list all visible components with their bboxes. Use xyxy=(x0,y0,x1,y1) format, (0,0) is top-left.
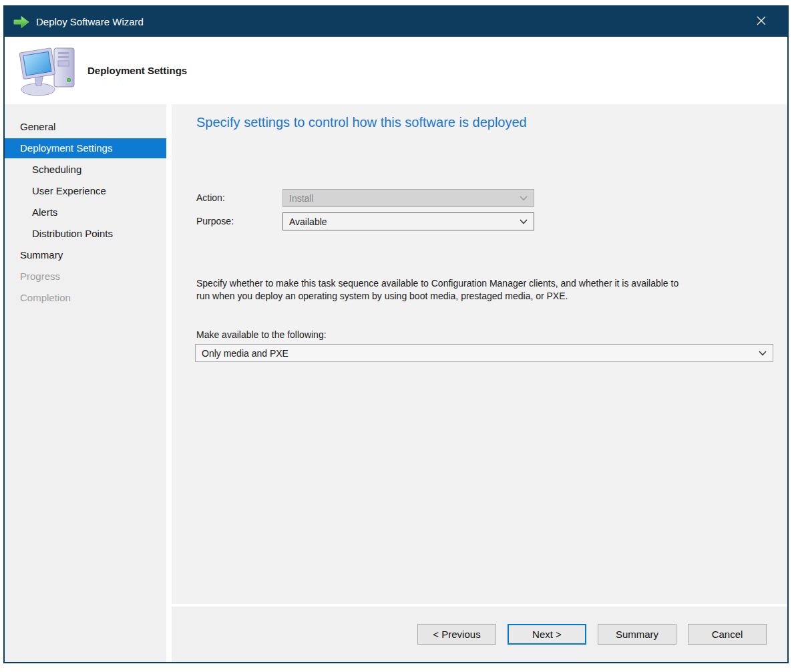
sidebar-item-alerts[interactable]: Alerts xyxy=(5,202,166,222)
sidebar-item-user-experience[interactable]: User Experience xyxy=(5,181,166,201)
wizard-arrow-icon xyxy=(13,15,30,29)
wizard-header: Deployment Settings xyxy=(5,37,787,104)
sidebar-item-progress: Progress xyxy=(5,267,166,287)
purpose-label: Purpose: xyxy=(196,212,282,230)
action-value: Install xyxy=(289,193,514,204)
window-title: Deploy Software Wizard xyxy=(36,16,144,27)
previous-button[interactable]: < Previous xyxy=(417,624,496,645)
sidebar-item-general[interactable]: General xyxy=(5,117,166,137)
content-heading: Specify settings to control how this sof… xyxy=(196,115,527,130)
computer-icon xyxy=(17,44,81,98)
cancel-button[interactable]: Cancel xyxy=(688,624,767,645)
description-text: Specify whether to make this task sequen… xyxy=(196,277,678,303)
sidebar-item-scheduling[interactable]: Scheduling xyxy=(5,160,166,180)
sidebar-item-deployment-settings[interactable]: Deployment Settings xyxy=(5,138,166,158)
sidebar-item-completion: Completion xyxy=(5,288,166,308)
sidebar-item-summary[interactable]: Summary xyxy=(5,245,166,265)
wizard-window: Deploy Software Wizard xyxy=(3,5,789,663)
page-title: Deployment Settings xyxy=(87,65,187,76)
action-combobox: Install xyxy=(282,189,534,207)
make-available-label: Make available to the following: xyxy=(196,329,327,340)
content-panel: Specify settings to control how this sof… xyxy=(172,104,787,604)
footer: < Previous Next > Summary Cancel xyxy=(172,607,787,662)
description-line: run when you deploy an operating system … xyxy=(196,290,678,303)
chevron-down-icon xyxy=(759,351,767,356)
wizard-steps-sidebar: General Deployment Settings Scheduling U… xyxy=(5,104,166,662)
make-available-combobox[interactable]: Only media and PXE xyxy=(195,344,773,362)
titlebar: Deploy Software Wizard xyxy=(5,7,787,37)
sidebar-content-divider xyxy=(166,104,172,662)
make-available-value: Only media and PXE xyxy=(202,348,753,359)
chevron-down-icon xyxy=(520,219,528,224)
description-line: Specify whether to make this task sequen… xyxy=(196,277,678,290)
chevron-down-icon xyxy=(520,196,528,201)
close-icon xyxy=(756,15,767,28)
summary-button[interactable]: Summary xyxy=(598,624,676,645)
sidebar-item-distribution-points[interactable]: Distribution Points xyxy=(5,224,166,244)
purpose-value: Available xyxy=(289,216,514,227)
wizard-body: General Deployment Settings Scheduling U… xyxy=(5,104,787,662)
action-label: Action: xyxy=(196,189,282,207)
close-button[interactable] xyxy=(747,7,775,37)
next-button[interactable]: Next > xyxy=(508,624,586,645)
purpose-combobox[interactable]: Available xyxy=(282,212,534,230)
